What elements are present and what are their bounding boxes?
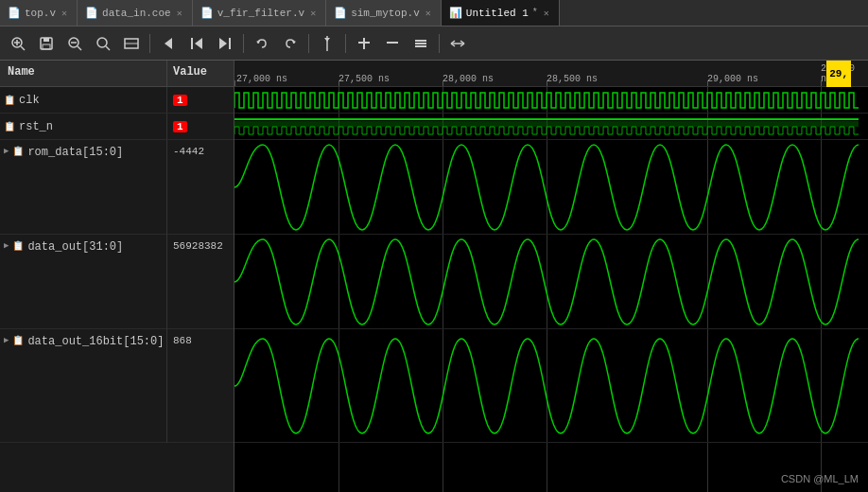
signal-row-data-out-16bit[interactable]: ▶ 📋 data_out_16bit[15:0] 868 <box>0 329 234 443</box>
rom-data-value: -4442 <box>173 146 204 157</box>
tab-close-untitled[interactable]: ✕ <box>542 7 551 20</box>
expand-icon-data-out[interactable]: ▶ <box>4 240 9 251</box>
cursor-button[interactable] <box>315 31 339 56</box>
signal-row-rst[interactable]: 📋 rst_n 1 <box>0 114 234 140</box>
svg-rect-27 <box>415 43 426 44</box>
time-mark-1: 27,500 ns <box>339 74 390 84</box>
waveforms-container: // Draw CLK as square wave <box>234 87 868 492</box>
signal-icon-rom-data: 📋 <box>12 146 24 157</box>
signal-name-data-out-16bit: ▶ 📋 data_out_16bit[15:0] <box>0 329 167 443</box>
main-content: Name Value 📋 clk 1 📋 rst_n 1 <box>0 61 868 492</box>
signal-icon-data-out-16bit: 📋 <box>12 335 24 346</box>
fit-all-button[interactable] <box>119 31 144 56</box>
tab-top[interactable]: 📄 top.v ✕ <box>0 0 78 26</box>
end-button[interactable] <box>213 31 237 56</box>
svg-rect-26 <box>415 40 426 42</box>
redo-button[interactable] <box>278 31 303 56</box>
svg-rect-36 <box>234 140 868 235</box>
signal-icon-clk: 📋 <box>4 95 15 106</box>
data-out-value: 56928382 <box>173 240 223 252</box>
expand-icon-data-out-16bit[interactable]: ▶ <box>4 335 9 345</box>
waveform-area[interactable]: 29, 27,000 ns 27,500 ns 28,000 ns 28,500… <box>234 61 868 492</box>
time-mark-0: 27,000 ns <box>236 74 287 84</box>
toolbar-sep-4 <box>345 34 346 53</box>
expand-button[interactable] <box>445 31 470 56</box>
zoom-in-button[interactable] <box>6 31 30 56</box>
signal-row-data-out[interactable]: ▶ 📋 data_out[31:0] 56928382 <box>0 235 234 329</box>
time-tick-4 <box>707 80 708 86</box>
prev-button[interactable] <box>156 31 181 56</box>
tab-sim[interactable]: 📄 sim_mytop.v ✕ <box>326 0 442 26</box>
tab-label-untitled: Untitled 1 <box>466 8 529 19</box>
col-value-header: Value <box>167 61 234 86</box>
save-button[interactable] <box>34 31 59 56</box>
tab-icon-data-in: 📄 <box>85 7 98 19</box>
rst-waveform <box>234 114 868 140</box>
svg-marker-14 <box>165 38 172 49</box>
tab-close-data-in[interactable]: ✕ <box>175 7 184 20</box>
tab-data-in[interactable]: 📄 data_in.coe ✕ <box>78 0 193 26</box>
tab-icon-sim: 📄 <box>334 7 347 19</box>
watermark: CSDN @ML_LM <box>781 473 859 484</box>
time-mark-4: 29,000 ns <box>707 74 758 84</box>
signal-label-rom-data: rom_data[15:0] <box>27 146 123 159</box>
tab-bar: 📄 top.v ✕ 📄 data_in.coe ✕ 📄 v_fir_filter… <box>0 0 868 26</box>
tab-close-top[interactable]: ✕ <box>60 7 69 20</box>
signal-value-rom-data: -4442 <box>167 140 234 235</box>
signal-row-clk[interactable]: 📋 clk 1 <box>0 87 234 114</box>
start-button[interactable] <box>184 31 209 56</box>
del-marker-button[interactable] <box>380 31 405 56</box>
col-name-header: Name <box>0 61 167 86</box>
svg-line-1 <box>21 46 25 50</box>
toolbar-sep-3 <box>308 34 309 53</box>
svg-rect-17 <box>229 38 231 49</box>
tab-label-fir: v_fir_filter.v <box>217 8 304 19</box>
svg-point-10 <box>97 38 107 47</box>
tab-untitled[interactable]: 📊 Untitled 1 * ✕ <box>442 0 560 26</box>
wave-row-data-out <box>234 235 868 329</box>
wave-row-clk: // Draw CLK as square wave <box>234 87 868 114</box>
time-mark-2: 28,000 ns <box>443 74 494 84</box>
svg-line-8 <box>78 46 81 50</box>
svg-marker-22 <box>324 38 330 42</box>
panel-header: Name Value <box>0 61 234 87</box>
expand-icon-rom-data[interactable]: ▶ <box>4 146 9 156</box>
zoom-out-button[interactable] <box>62 31 87 56</box>
tab-icon-untitled: 📊 <box>449 7 462 19</box>
svg-rect-37 <box>234 235 868 329</box>
tab-close-sim[interactable]: ✕ <box>424 7 433 20</box>
signal-value-clk: 1 <box>167 87 234 113</box>
signal-icon-rst: 📋 <box>4 121 15 132</box>
tab-label-sim: sim_mytop.v <box>351 8 420 19</box>
tab-close-fir[interactable]: ✕ <box>308 7 318 20</box>
zoom-fit-button[interactable] <box>91 31 115 56</box>
signal-label-clk: clk <box>19 94 40 107</box>
rst-value-badge: 1 <box>173 121 187 132</box>
toolbar-sep-5 <box>439 34 440 53</box>
signal-icon-data-out: 📋 <box>12 240 24 252</box>
tab-fir[interactable]: 📄 v_fir_filter.v ✕ <box>193 0 326 26</box>
signal-label-data-out-16bit: data_out_16bit[15:0] <box>27 335 164 348</box>
add-marker-button[interactable] <box>352 31 376 56</box>
toolbar-sep-2 <box>243 34 244 53</box>
time-ruler: 29, 27,000 ns 27,500 ns 28,000 ns 28,500… <box>234 61 868 87</box>
time-tick-0 <box>234 80 235 86</box>
clk-waveform: // Draw CLK as square wave <box>234 87 868 114</box>
data-out-16bit-value: 868 <box>173 335 192 346</box>
tab-icon-fir: 📄 <box>200 7 214 19</box>
time-tick-1 <box>339 80 339 86</box>
tab-label-data-in: data_in.coe <box>102 8 171 19</box>
svg-rect-35 <box>234 121 859 127</box>
tab-label-top: top.v <box>25 8 56 19</box>
svg-marker-18 <box>219 38 227 49</box>
time-tick-3 <box>547 80 547 86</box>
data-out-16bit-waveform <box>234 329 868 443</box>
time-tick-5 <box>821 80 822 86</box>
signal-row-rom-data[interactable]: ▶ 📋 rom_data[15:0] -4442 <box>0 140 234 235</box>
toolbar <box>0 26 868 61</box>
clear-button[interactable] <box>408 31 433 56</box>
cursor-marker: 29, <box>826 61 851 87</box>
signal-name-rom-data: ▶ 📋 rom_data[15:0] <box>0 140 167 235</box>
undo-button[interactable] <box>250 31 274 56</box>
toolbar-sep-1 <box>149 34 150 53</box>
